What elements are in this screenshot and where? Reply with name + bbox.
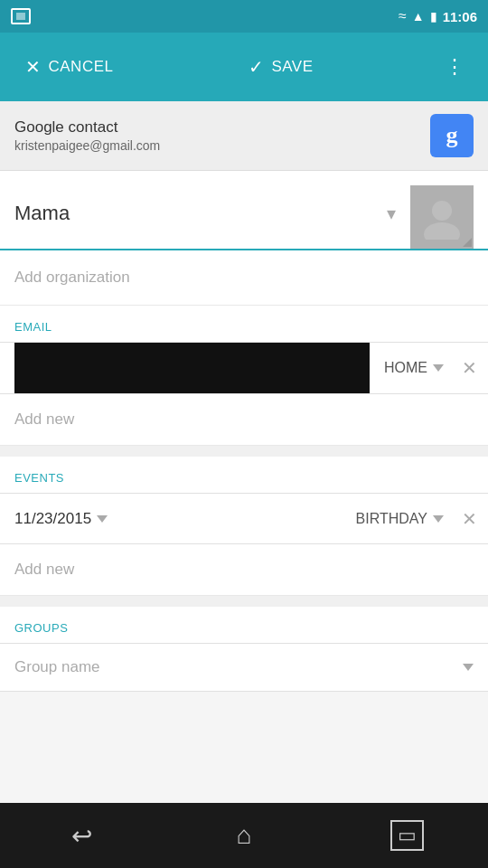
google-contact-info: Google contact kristenpaigee@gmail.com: [14, 118, 160, 153]
notification-icon: [11, 8, 31, 24]
status-bar-left: [11, 8, 31, 24]
avatar[interactable]: [410, 185, 474, 249]
recent-apps-button[interactable]: ▭: [371, 803, 443, 868]
save-button[interactable]: ✓ SAVE: [230, 45, 332, 89]
groups-section-label: GROUPS: [14, 621, 68, 635]
cancel-button[interactable]: ✕ CANCEL: [7, 45, 131, 89]
birthday-type-chevron-icon: [433, 515, 444, 523]
email-type-chevron-icon: [433, 364, 444, 372]
nav-bar: ↩ ⌂ ▭: [0, 803, 488, 868]
group-name-row[interactable]: Group name: [0, 644, 488, 692]
email-remove-button[interactable]: ✕: [451, 357, 488, 379]
google-contact-banner: Google contact kristenpaigee@gmail.com g: [0, 101, 488, 171]
birthday-type-label: BIRTHDAY: [356, 511, 427, 527]
events-section-label: EVENTS: [14, 471, 64, 485]
birthday-date-chevron-icon: [97, 515, 108, 523]
google-contact-email: kristenpaigee@gmail.com: [14, 138, 160, 153]
birthday-row: 11/23/2015 BIRTHDAY ✕: [0, 494, 488, 544]
battery-icon: ▮: [430, 9, 437, 24]
google-icon: g: [430, 114, 474, 157]
events-add-new-button[interactable]: Add new: [0, 544, 488, 596]
save-label: SAVE: [271, 58, 313, 76]
more-icon: ⋮: [445, 55, 466, 78]
email-type-label: HOME: [384, 360, 427, 376]
birthday-date-selector[interactable]: 11/23/2015: [14, 510, 342, 528]
group-name-placeholder: Group name: [14, 658, 463, 676]
wifi-icon: ≈: [399, 8, 407, 24]
home-button[interactable]: ⌂: [208, 803, 280, 868]
google-contact-title: Google contact: [14, 118, 160, 137]
birthday-date-value: 11/23/2015: [14, 510, 91, 528]
back-icon: ↩: [71, 821, 92, 851]
email-row: HOME ✕: [0, 343, 488, 394]
cancel-label: CANCEL: [49, 58, 114, 76]
name-input[interactable]: [14, 202, 380, 232]
groups-section-header: GROUPS: [0, 601, 488, 644]
form-area: ▾ Add organization EMAIL HOME ✕ Add new …: [0, 171, 488, 692]
signal-icon: ▲: [412, 9, 425, 24]
more-options-button[interactable]: ⋮: [430, 44, 481, 90]
name-chevron-icon[interactable]: ▾: [380, 203, 403, 231]
email-input[interactable]: [14, 343, 370, 393]
email-section-header: EMAIL: [0, 306, 488, 343]
email-add-new-label: Add new: [14, 410, 74, 428]
email-section-label: EMAIL: [14, 320, 52, 334]
back-button[interactable]: ↩: [45, 803, 117, 868]
name-row: ▾: [0, 171, 488, 250]
email-type-selector[interactable]: HOME: [370, 343, 451, 393]
birthday-remove-button[interactable]: ✕: [451, 508, 488, 530]
add-organization-label: Add organization: [14, 269, 130, 286]
birthday-type-selector[interactable]: BIRTHDAY: [342, 511, 451, 527]
recent-apps-icon: ▭: [390, 820, 424, 851]
avatar-icon: [419, 194, 465, 240]
svg-point-0: [432, 201, 452, 221]
name-input-wrap: [14, 202, 380, 232]
status-bar-right: ≈ ▲ ▮ 11:06: [399, 8, 477, 24]
group-name-chevron-icon: [463, 664, 474, 671]
avatar-expand-indicator: [463, 238, 472, 247]
add-organization-button[interactable]: Add organization: [0, 250, 488, 306]
home-icon: ⌂: [237, 821, 252, 850]
toolbar: ✕ CANCEL ✓ SAVE ⋮: [0, 33, 488, 101]
events-section-header: EVENTS: [0, 451, 488, 494]
cancel-icon: ✕: [25, 56, 42, 78]
events-add-new-label: Add new: [14, 561, 74, 578]
email-add-new-button[interactable]: Add new: [0, 394, 488, 446]
status-bar: ≈ ▲ ▮ 11:06: [0, 0, 488, 33]
save-check-icon: ✓: [249, 56, 265, 78]
status-time: 11:06: [443, 9, 477, 24]
svg-point-1: [424, 222, 460, 240]
